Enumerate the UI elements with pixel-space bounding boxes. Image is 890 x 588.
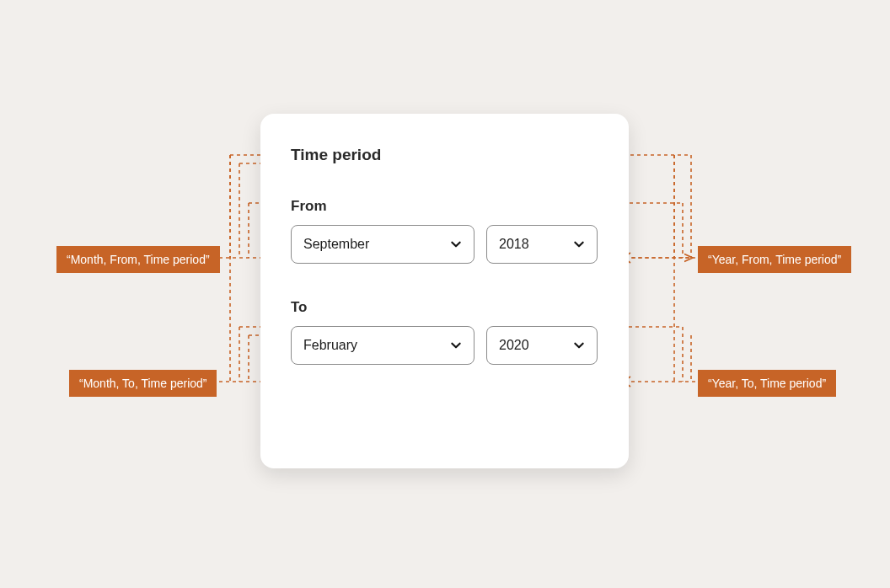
chevron-down-icon xyxy=(573,339,585,351)
to-selects: February 2020 xyxy=(291,326,598,365)
annotation-month-from: “Month, From, Time period” xyxy=(56,246,220,273)
annotation-year-to: “Year, To, Time period” xyxy=(698,370,836,397)
to-year-select[interactable]: 2020 xyxy=(486,326,598,365)
from-year-value: 2018 xyxy=(499,237,529,252)
chevron-down-icon xyxy=(573,238,585,250)
from-year-select[interactable]: 2018 xyxy=(486,225,598,264)
from-label: From xyxy=(291,198,598,215)
annotation-year-from: “Year, From, Time period” xyxy=(698,246,851,273)
card-title: Time period xyxy=(291,146,598,164)
time-period-card: Time period From September 2018 To Febru… xyxy=(260,114,629,468)
to-label: To xyxy=(291,299,598,316)
to-group: To February 2020 xyxy=(291,299,598,365)
to-month-value: February xyxy=(303,338,357,353)
chevron-down-icon xyxy=(450,339,462,351)
from-month-value: September xyxy=(303,237,369,252)
to-month-select[interactable]: February xyxy=(291,326,474,365)
from-selects: September 2018 xyxy=(291,225,598,264)
to-year-value: 2020 xyxy=(499,338,529,353)
from-month-select[interactable]: September xyxy=(291,225,474,264)
annotation-month-to: “Month, To, Time period” xyxy=(69,370,217,397)
from-group: From September 2018 xyxy=(291,198,598,264)
chevron-down-icon xyxy=(450,238,462,250)
